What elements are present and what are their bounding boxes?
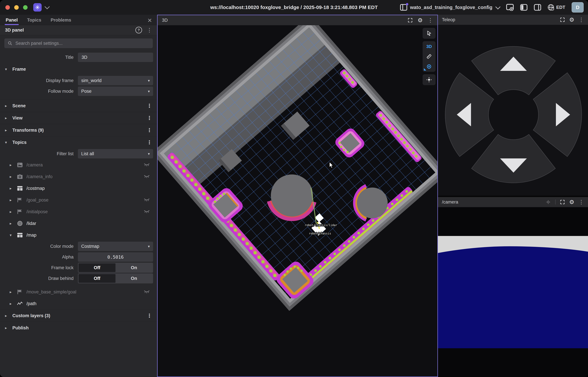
section-publish[interactable]: ▸ Publish	[0, 322, 157, 334]
visibility-off-icon[interactable]	[144, 198, 150, 203]
frame-lock-on-button[interactable]: On	[116, 263, 153, 272]
topic-row-costmap[interactable]: ▸ /costmap	[0, 182, 157, 194]
color-mode-select[interactable]: Costmap ▾	[78, 242, 153, 251]
close-sidebar-icon[interactable]: ✕	[147, 17, 152, 24]
draw-behind-on-button[interactable]: On	[116, 274, 153, 283]
publish-point-tool-button[interactable]	[423, 61, 435, 71]
foxglove-app-icon[interactable]: ✳	[33, 3, 42, 12]
chevron-right-icon: ▸	[10, 221, 17, 226]
chevron-right-icon: ▸	[10, 290, 17, 294]
section-frame[interactable]: ▾ Frame	[0, 63, 157, 75]
help-icon[interactable]: ?	[135, 27, 142, 34]
topic-label: /camera_info	[26, 174, 52, 179]
pan-tool-button[interactable]	[423, 74, 435, 85]
topic-row-map[interactable]: ▾ /map	[0, 229, 157, 241]
draw-behind-off-button[interactable]: Off	[79, 274, 116, 283]
search-input[interactable]	[15, 41, 149, 46]
gear-icon[interactable]: ⚙	[569, 17, 574, 23]
tab-panel[interactable]: Panel	[6, 18, 18, 25]
title-input[interactable]	[81, 55, 150, 60]
camera-panel-body[interactable]	[438, 207, 588, 377]
select-tool-button[interactable]	[423, 28, 435, 39]
3d-panel-header[interactable]: 3D ⚙ ⋮	[158, 15, 437, 25]
right-sidebar-toggle-icon[interactable]	[534, 4, 541, 11]
section-custom-layers[interactable]: ▸ Custom layers (3) ⋮	[0, 309, 157, 322]
visibility-off-icon[interactable]	[144, 174, 150, 179]
flag-icon	[17, 209, 24, 214]
gear-icon[interactable]: ⚙	[418, 17, 423, 23]
3d-view-toggle-button[interactable]: 3D	[423, 41, 435, 51]
title-input-box[interactable]	[78, 53, 153, 62]
timezone-indicator[interactable]: EDT	[548, 4, 565, 11]
topic-row-camera[interactable]: ▸ /camera	[0, 159, 157, 171]
custom-layers-menu-icon[interactable]: ⋮	[147, 313, 152, 318]
color-mode-row: Color mode Costmap ▾	[0, 241, 157, 252]
topics-menu-icon[interactable]: ⋮	[147, 140, 152, 145]
visibility-off-icon[interactable]	[144, 209, 150, 214]
chevron-right-icon: ▸	[5, 128, 12, 132]
grid-lines	[164, 27, 435, 299]
chevron-right-icon: ▸	[10, 198, 17, 202]
teleop-panel-header[interactable]: Teleop ⚙ ⋮	[438, 15, 588, 25]
tab-problems[interactable]: Problems	[51, 18, 71, 25]
fullscreen-icon[interactable]	[408, 18, 413, 23]
close-window-button[interactable]	[5, 5, 10, 10]
transforms-menu-icon[interactable]: ⋮	[147, 128, 152, 133]
layout-chevron-icon	[495, 4, 500, 9]
layout-selector[interactable]: wato_asd_training_foxglove_config	[400, 4, 500, 11]
display-frame-value: sim_world	[81, 78, 102, 83]
panel-kebab-icon[interactable]: ⋮	[579, 199, 584, 205]
display-frame-row: Display frame sim_world ▾	[0, 75, 157, 86]
topic-row-move-base-simple-goal[interactable]: ▸ /move_base_simple/goal	[0, 286, 157, 298]
frame-lock-off-button[interactable]: Off	[79, 263, 116, 272]
app-menu-chevron-icon[interactable]	[45, 4, 50, 9]
add-panel-icon[interactable]	[506, 4, 514, 11]
search-panel-settings[interactable]	[4, 38, 153, 48]
tab-topics[interactable]: Topics	[27, 18, 41, 25]
left-sidebar-toggle-icon[interactable]	[520, 4, 528, 11]
minimize-window-button[interactable]	[14, 5, 19, 10]
pan-icon	[426, 77, 432, 83]
follow-mode-select[interactable]: Pose ▾	[78, 87, 153, 96]
alpha-input-box[interactable]	[78, 252, 153, 262]
view-mode-group: 3D	[423, 41, 435, 72]
user-avatar[interactable]: D	[572, 2, 584, 12]
section-scene[interactable]: ▸ Scene ⋮	[0, 100, 157, 112]
topic-row-lidar[interactable]: ▸ /lidar	[0, 218, 157, 229]
section-transforms[interactable]: ▸ Transforms (9) ⋮	[0, 124, 157, 136]
alpha-label: Alpha	[0, 255, 78, 260]
filter-list-select[interactable]: List all ▾	[78, 149, 153, 158]
panel-kebab-icon[interactable]: ⋮	[428, 18, 433, 23]
chevron-right-icon: ▸	[10, 175, 17, 179]
topic-row-path[interactable]: ▸ /path	[0, 298, 157, 309]
visibility-off-icon[interactable]	[144, 289, 150, 295]
display-frame-select[interactable]: sim_world ▾	[78, 76, 153, 85]
section-topics[interactable]: ▾ Topics ⋮	[0, 136, 157, 148]
topic-row-initialpose[interactable]: ▸ /initialpose	[0, 206, 157, 218]
connection-title: ws://localhost:10020 foxglove_bridge / 2…	[210, 4, 378, 10]
fullscreen-icon[interactable]	[560, 17, 565, 22]
chevron-down-icon: ▾	[5, 67, 12, 71]
section-view[interactable]: ▸ View ⋮	[0, 112, 157, 124]
ruler-icon	[426, 53, 432, 59]
panel-menu-icon[interactable]: ⋮	[147, 27, 152, 33]
topic-row-goal-pose[interactable]: ▸ /goal_pose	[0, 194, 157, 206]
panel-kebab-icon[interactable]: ⋮	[579, 17, 584, 22]
chevron-down-icon: ▾	[5, 140, 12, 144]
3d-viewport[interactable]: robot/chassis/lidar robot/chassis 3D	[158, 25, 437, 377]
topic-label: /goal_pose	[26, 198, 48, 203]
scene-menu-icon[interactable]: ⋮	[147, 103, 152, 108]
gear-icon[interactable]: ⚙	[569, 199, 574, 205]
alpha-input[interactable]	[81, 254, 150, 260]
caret-down-icon: ▾	[148, 79, 150, 83]
section-publish-label: Publish	[12, 325, 29, 330]
fullscreen-icon[interactable]	[560, 200, 565, 205]
measure-tool-button[interactable]	[423, 51, 435, 61]
visibility-off-icon[interactable]	[144, 163, 150, 168]
topic-row-camera-info[interactable]: ▸ /camera_info	[0, 171, 157, 182]
caret-down-icon: ▾	[148, 152, 150, 156]
view-menu-icon[interactable]: ⋮	[147, 115, 152, 121]
camera-panel-header[interactable]: /camera ⚙ ⋮	[438, 197, 588, 207]
recenter-icon[interactable]	[546, 199, 551, 205]
zoom-window-button[interactable]	[23, 5, 28, 10]
